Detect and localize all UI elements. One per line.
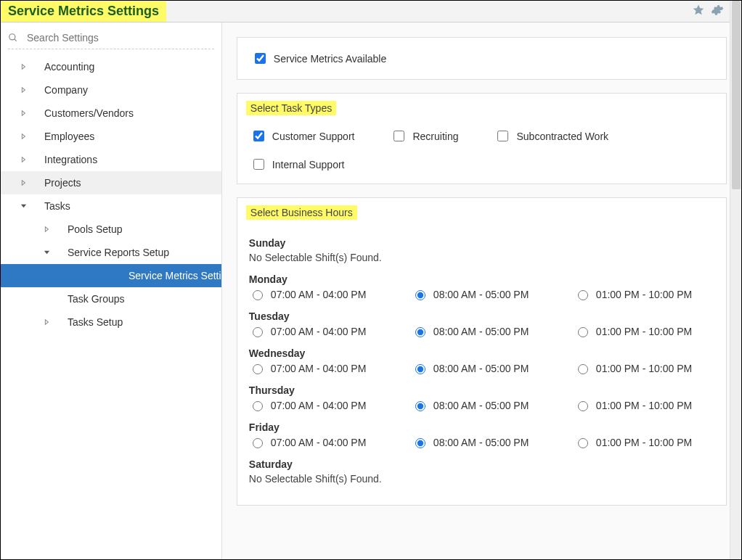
- shift-row: 07:00 AM - 04:00 PM08:00 AM - 05:00 PM01…: [249, 325, 714, 337]
- chevron-right-icon[interactable]: [41, 224, 52, 234]
- shift-option[interactable]: 07:00 AM - 04:00 PM: [249, 436, 377, 448]
- task-type-option[interactable]: Recruiting: [391, 128, 458, 144]
- settings-tree: AccountingCompanyCustomers/VendorsEmploy…: [1, 55, 221, 334]
- shift-radio[interactable]: [578, 401, 588, 411]
- chevron-right-icon[interactable]: [41, 317, 52, 327]
- shift-label: 08:00 AM - 05:00 PM: [433, 326, 529, 337]
- day-block: Monday07:00 AM - 04:00 PM08:00 AM - 05:0…: [249, 273, 714, 300]
- scrollbar[interactable]: [730, 1, 741, 559]
- sidebar-item-label: Service Reports Setup: [68, 247, 221, 258]
- sidebar-item[interactable]: Task Groups: [1, 287, 221, 310]
- shift-radio[interactable]: [415, 290, 425, 300]
- service-metrics-available-checkbox[interactable]: [255, 53, 266, 64]
- day-block: SaturdayNo Selectable Shift(s) Found.: [249, 458, 714, 485]
- task-type-checkbox[interactable]: [497, 131, 508, 141]
- shift-radio[interactable]: [415, 438, 425, 448]
- panel-available: Service Metrics Available: [237, 37, 727, 80]
- shift-option[interactable]: 01:00 PM - 10:00 PM: [574, 399, 702, 411]
- sidebar-item[interactable]: Projects: [1, 171, 221, 194]
- sidebar-item[interactable]: Tasks: [1, 194, 221, 218]
- sidebar-item[interactable]: Pools Setup: [1, 218, 221, 241]
- shift-radio[interactable]: [253, 327, 263, 337]
- shift-label: 01:00 PM - 10:00 PM: [596, 289, 692, 300]
- shift-radio[interactable]: [415, 327, 425, 337]
- task-type-checkbox[interactable]: [394, 131, 404, 141]
- day-name: Sunday: [249, 237, 714, 249]
- task-types-heading: Select Task Types: [246, 101, 336, 115]
- task-type-label: Recruiting: [412, 131, 458, 142]
- shift-option[interactable]: 08:00 AM - 05:00 PM: [412, 362, 539, 374]
- gear-icon[interactable]: [711, 4, 724, 17]
- shift-row: 07:00 AM - 04:00 PM08:00 AM - 05:00 PM01…: [249, 288, 714, 300]
- shift-option[interactable]: 08:00 AM - 05:00 PM: [412, 325, 539, 337]
- main-content: Service Metrics Available Select Task Ty…: [222, 22, 741, 559]
- shift-option[interactable]: 01:00 PM - 10:00 PM: [574, 288, 702, 300]
- shift-row: 07:00 AM - 04:00 PM08:00 AM - 05:00 PM01…: [249, 362, 714, 374]
- shift-radio[interactable]: [578, 290, 588, 300]
- chevron-right-icon[interactable]: [18, 155, 28, 165]
- service-metrics-available-label: Service Metrics Available: [274, 53, 386, 65]
- sidebar-item[interactable]: Service Reports Setup: [1, 241, 221, 264]
- search-icon: [8, 33, 18, 43]
- shift-radio[interactable]: [415, 364, 425, 374]
- task-type-checkbox[interactable]: [253, 159, 264, 170]
- sidebar-item-label: Projects: [44, 177, 221, 189]
- business-hours-heading: Select Business Hours: [246, 205, 357, 220]
- day-name: Wednesday: [249, 347, 714, 359]
- chevron-right-icon[interactable]: [18, 85, 28, 95]
- shift-option[interactable]: 07:00 AM - 04:00 PM: [249, 288, 377, 300]
- shift-option[interactable]: 01:00 PM - 10:00 PM: [574, 436, 702, 448]
- sidebar-item-label: Service Metrics Settings: [129, 270, 222, 281]
- shift-option[interactable]: 08:00 AM - 05:00 PM: [412, 399, 539, 411]
- chevron-right-icon[interactable]: [18, 178, 28, 188]
- sidebar-item[interactable]: Customers/Vendors: [1, 102, 221, 125]
- chevron-down-icon[interactable]: [41, 247, 52, 258]
- task-type-label: Customer Support: [272, 131, 355, 142]
- search-box[interactable]: [8, 28, 214, 49]
- shift-radio[interactable]: [253, 290, 263, 300]
- sidebar-item-label: Company: [44, 84, 221, 96]
- chevron-right-icon[interactable]: [18, 108, 28, 118]
- sidebar-item[interactable]: Tasks Setup: [1, 310, 221, 334]
- day-name: Tuesday: [249, 310, 714, 322]
- sidebar-item-label: Employees: [44, 131, 221, 142]
- sidebar-item[interactable]: Service Metrics Settings: [1, 264, 221, 287]
- shift-radio[interactable]: [578, 364, 588, 374]
- service-metrics-available-toggle[interactable]: Service Metrics Available: [252, 51, 712, 66]
- task-type-option[interactable]: Subcontracted Work: [494, 128, 608, 144]
- chevron-right-icon[interactable]: [18, 62, 28, 72]
- search-input[interactable]: [25, 31, 214, 44]
- chevron-right-icon[interactable]: [18, 131, 28, 141]
- no-shift-text: No Selectable Shift(s) Found.: [249, 473, 714, 485]
- task-type-option[interactable]: Customer Support: [250, 128, 355, 144]
- shift-radio[interactable]: [253, 401, 263, 411]
- shift-option[interactable]: 07:00 AM - 04:00 PM: [249, 362, 377, 374]
- sidebar-item[interactable]: Integrations: [1, 148, 221, 171]
- shift-label: 07:00 AM - 04:00 PM: [271, 289, 367, 300]
- sidebar-item[interactable]: Accounting: [1, 55, 221, 78]
- sidebar-item[interactable]: Employees: [1, 125, 221, 148]
- shift-label: 08:00 AM - 05:00 PM: [433, 437, 529, 448]
- day-name: Saturday: [249, 458, 714, 470]
- star-icon[interactable]: [692, 4, 705, 17]
- sidebar-item[interactable]: Company: [1, 78, 221, 102]
- chevron-down-icon[interactable]: [18, 201, 28, 211]
- shift-radio[interactable]: [253, 364, 263, 374]
- shift-radio[interactable]: [578, 327, 588, 337]
- shift-radio[interactable]: [415, 401, 425, 411]
- task-type-option[interactable]: Internal Support: [250, 157, 345, 172]
- no-shift-text: No Selectable Shift(s) Found.: [249, 252, 714, 263]
- shift-radio[interactable]: [578, 438, 588, 448]
- shift-label: 08:00 AM - 05:00 PM: [433, 363, 529, 374]
- shift-option[interactable]: 01:00 PM - 10:00 PM: [574, 325, 702, 337]
- task-type-checkbox[interactable]: [253, 131, 264, 141]
- shift-option[interactable]: 07:00 AM - 04:00 PM: [249, 399, 377, 411]
- shift-label: 07:00 AM - 04:00 PM: [271, 326, 367, 337]
- scrollbar-thumb[interactable]: [732, 1, 741, 189]
- shift-option[interactable]: 08:00 AM - 05:00 PM: [412, 288, 539, 300]
- shift-option[interactable]: 08:00 AM - 05:00 PM: [412, 436, 539, 448]
- shift-option[interactable]: 01:00 PM - 10:00 PM: [574, 362, 702, 374]
- sidebar-item-label: Accounting: [44, 61, 221, 73]
- shift-option[interactable]: 07:00 AM - 04:00 PM: [249, 325, 377, 337]
- shift-radio[interactable]: [253, 438, 263, 448]
